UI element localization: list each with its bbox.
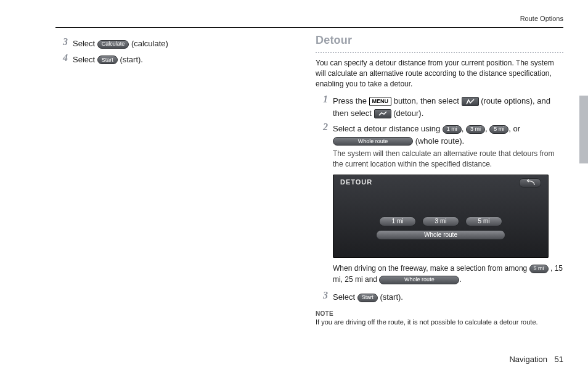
header-rule xyxy=(55,27,563,28)
route-options-icon xyxy=(462,97,479,106)
step-text: Select Start (start). xyxy=(333,291,563,303)
step-1: 1 Press the MENU button, then select (ro… xyxy=(316,95,563,119)
text: Press the xyxy=(333,96,369,105)
step-number: 1 xyxy=(316,94,328,105)
step-number: 3 xyxy=(55,36,68,47)
screen-pill-whole-route: Whole route xyxy=(376,230,505,240)
page-footer: Navigation 51 xyxy=(509,355,563,364)
pill-3mi: 3 mi xyxy=(466,125,485,134)
note-body: If you are driving off the route, it is … xyxy=(316,318,563,326)
freeway-text: When driving on the freeway, make a sele… xyxy=(333,263,563,285)
step-4-left: 4 Select Start (start). xyxy=(55,54,303,66)
right-column: Detour You can specify a detour distance… xyxy=(316,34,563,350)
step-2: 2 Select a detour distance using 1 mi, 3… xyxy=(316,123,563,170)
step-number: 4 xyxy=(55,52,68,64)
text: (calculate) xyxy=(131,39,168,48)
pill-5mi: 5 mi xyxy=(529,265,549,273)
text: Select xyxy=(73,39,97,48)
step-text: Press the MENU button, then select (rout… xyxy=(333,95,563,119)
text: (start). xyxy=(120,55,143,64)
step-number: 2 xyxy=(316,122,328,133)
note-block: NOTE If you are driving off the route, i… xyxy=(316,310,563,326)
pill-1mi: 1 mi xyxy=(443,125,462,134)
screen-pill-1mi: 1 mi xyxy=(379,216,416,226)
manual-page: Route Options 3 Select Calculate (calcul… xyxy=(0,0,588,375)
distance-row: 1 mi 3 mi 5 mi xyxy=(333,216,549,226)
freeway-note: When driving on the freeway, make a sele… xyxy=(316,263,563,285)
text: Select xyxy=(73,55,97,64)
back-icon xyxy=(519,178,541,188)
whole-route-row: Whole route xyxy=(333,230,549,240)
screen-pill-5mi: 5 mi xyxy=(465,216,502,226)
step-text: Select Calculate (calculate) xyxy=(73,38,303,50)
intro-text: You can specify a detour distance from y… xyxy=(316,58,563,89)
text: (start). xyxy=(380,292,403,302)
page-number: 51 xyxy=(555,355,563,364)
pill-whole-route: Whole route xyxy=(379,276,459,284)
text: (whole route). xyxy=(415,136,464,146)
text: , or xyxy=(508,124,520,133)
step-3: 3 Select Start (start). xyxy=(316,291,563,303)
menu-button-graphic: MENU xyxy=(369,97,392,106)
text: button, then select xyxy=(394,96,462,105)
start-button-graphic: Start xyxy=(97,56,118,64)
text: . xyxy=(459,275,461,284)
text: (detour). xyxy=(393,109,423,118)
note-heading: NOTE xyxy=(316,310,563,317)
step-number: 3 xyxy=(316,290,328,301)
dotted-rule xyxy=(316,52,563,53)
start-button-graphic: Start xyxy=(357,294,378,302)
text: When driving on the freeway, make a sele… xyxy=(333,264,529,273)
calculate-button-graphic: Calculate xyxy=(97,40,129,49)
screen-title: DETOUR xyxy=(340,178,372,186)
device-screenshot-detour: DETOUR 1 mi 3 mi 5 mi Whole route xyxy=(333,175,549,258)
step-text: Select a detour distance using 1 mi, 3 m… xyxy=(333,123,563,170)
text: Select a detour distance using xyxy=(333,124,443,133)
detour-icon xyxy=(374,109,391,118)
step-subtext: The system will then calculate an altern… xyxy=(333,149,563,170)
left-column: 3 Select Calculate (calculate) 4 Select … xyxy=(55,34,316,350)
step-text: Select Start (start). xyxy=(73,54,303,66)
pill-whole-route: Whole route xyxy=(333,137,413,146)
text: Select xyxy=(333,292,357,302)
edge-tab xyxy=(579,96,588,163)
text: , xyxy=(485,124,489,133)
text: , xyxy=(462,124,466,133)
content-columns: 3 Select Calculate (calculate) 4 Select … xyxy=(55,34,563,350)
footer-section: Navigation xyxy=(509,355,547,364)
pill-5mi: 5 mi xyxy=(489,125,508,134)
section-heading-detour: Detour xyxy=(316,34,563,47)
step-3-left: 3 Select Calculate (calculate) xyxy=(55,38,303,50)
running-header: Route Options xyxy=(520,15,563,22)
screen-pill-3mi: 3 mi xyxy=(422,216,459,226)
